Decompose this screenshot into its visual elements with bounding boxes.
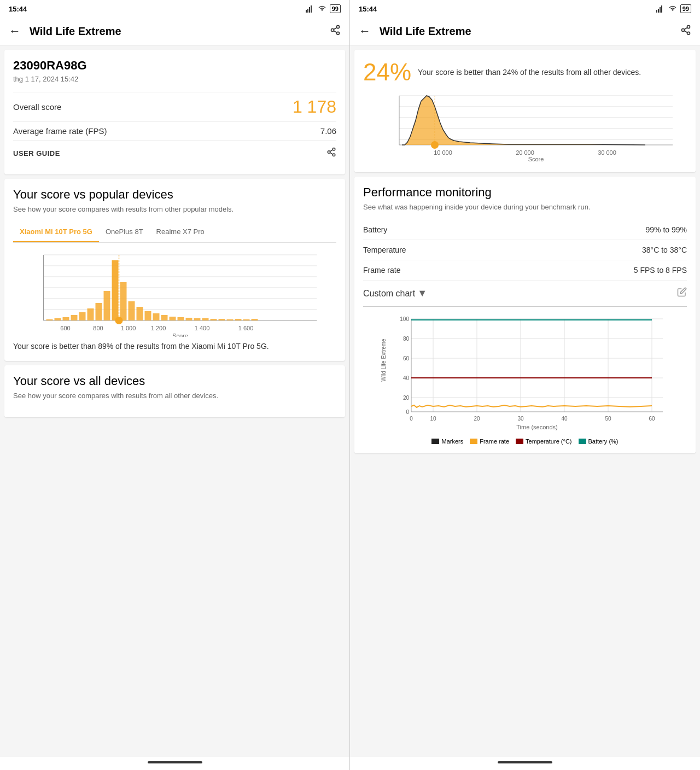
wifi-icon-right [668, 5, 677, 12]
svg-rect-1 [307, 9, 308, 13]
overall-score-label: Overall score [13, 102, 61, 112]
svg-point-61 [687, 25, 690, 28]
svg-rect-44 [227, 319, 234, 320]
battery-right: 99 [680, 4, 691, 13]
svg-rect-25 [71, 315, 78, 320]
legend-markers-label: Markers [441, 438, 463, 445]
score-comparison-text: Your score is better than 89% of the res… [13, 341, 336, 352]
svg-rect-42 [211, 319, 217, 320]
device-id: 23090RA98G [13, 59, 336, 73]
svg-rect-32 [129, 301, 135, 320]
svg-rect-39 [186, 318, 192, 320]
legend-battery-color [579, 439, 586, 444]
avg-frame-row: Average frame rate (FPS) 7.06 [13, 121, 336, 140]
svg-point-5 [331, 28, 334, 31]
svg-text:10: 10 [430, 416, 436, 422]
legend-framerate-color [470, 439, 477, 444]
edit-chart-button[interactable] [677, 287, 687, 300]
line-chart-svg: 100 80 60 40 20 0 0 10 20 30 40 50 60 [376, 313, 687, 434]
status-icons-left: 99 [306, 4, 341, 13]
svg-line-65 [684, 27, 687, 29]
svg-text:40: 40 [561, 416, 568, 422]
svg-text:40: 40 [403, 375, 410, 381]
back-button-right[interactable]: ← [359, 24, 371, 38]
custom-chart-dropdown[interactable]: Custom chart ▼ [363, 288, 673, 299]
svg-line-12 [330, 153, 332, 154]
svg-rect-43 [219, 319, 225, 320]
svg-text:50: 50 [605, 416, 611, 422]
svg-rect-27 [88, 308, 94, 320]
custom-chart-label: Custom chart [363, 289, 415, 299]
legend-framerate-label: Frame rate [480, 438, 509, 445]
score-vs-all-card-right: 24% Your score is better than 24% of the… [354, 50, 696, 172]
svg-text:0: 0 [406, 409, 409, 415]
svg-rect-26 [79, 312, 86, 320]
share-button-right[interactable] [680, 25, 691, 38]
perf-title: Performance monitoring [363, 185, 687, 200]
svg-rect-58 [658, 9, 659, 13]
temperature-label: Temperature [363, 246, 406, 254]
avg-frame-value: 7.06 [320, 126, 336, 136]
legend-temp-color [516, 439, 523, 444]
svg-point-11 [332, 154, 335, 156]
tab-realme[interactable]: Realme X7 Pro [150, 222, 211, 242]
legend-markers-color [431, 439, 439, 444]
battery-label: Battery [363, 225, 387, 234]
svg-point-6 [337, 32, 340, 34]
svg-rect-47 [252, 319, 258, 320]
bar-chart-svg: 600 800 1 000 1 200 1 400 1 600 Score [13, 249, 336, 337]
svg-rect-22 [46, 319, 53, 320]
nav-bar-left [0, 757, 349, 770]
share-button-left[interactable] [330, 25, 341, 38]
svg-rect-30 [112, 260, 119, 320]
battery-left: 99 [330, 4, 341, 13]
frame-rate-label: Frame rate [363, 266, 400, 275]
svg-rect-29 [104, 291, 110, 320]
svg-rect-38 [178, 317, 184, 320]
svg-rect-35 [153, 313, 160, 320]
svg-text:0: 0 [410, 416, 413, 422]
svg-text:800: 800 [93, 325, 103, 331]
custom-chart-row: Custom chart ▼ [363, 281, 687, 307]
legend-temperature: Temperature (°C) [516, 438, 571, 445]
score-popular-subtitle: See how your score compares with results… [13, 205, 336, 213]
svg-rect-46 [243, 319, 250, 320]
svg-text:30 000: 30 000 [598, 149, 616, 156]
legend-battery-label: Battery (%) [588, 438, 619, 445]
score-bar-chart: 600 800 1 000 1 200 1 400 1 600 Score [13, 249, 336, 337]
svg-text:600: 600 [60, 325, 70, 331]
svg-text:Time (seconds): Time (seconds) [516, 424, 557, 430]
left-screen: 15:44 99 ← Wild L [0, 0, 350, 770]
user-guide-label[interactable]: USER GUIDE [13, 149, 60, 158]
score-pct-large: 24% [363, 59, 411, 86]
status-bar-left: 15:44 99 [0, 0, 349, 18]
device-date: thg 1 17, 2024 15:42 [13, 75, 336, 83]
nav-indicator-right [498, 761, 552, 763]
tab-oneplus[interactable]: OnePlus 8T [99, 222, 150, 242]
svg-rect-3 [311, 5, 312, 13]
temperature-value: 38°C to 38°C [642, 246, 687, 254]
overall-score-value: 1 178 [293, 97, 336, 117]
svg-text:Score: Score [528, 156, 544, 161]
tab-xiaomi[interactable]: Xiaomi Mi 10T Pro 5G [13, 222, 99, 242]
user-guide-row: USER GUIDE [13, 140, 336, 166]
time-left: 15:44 [9, 5, 27, 13]
score-vs-popular-card: Your score vs popular devices See how yo… [4, 179, 345, 361]
svg-rect-60 [661, 5, 662, 13]
back-button-left[interactable]: ← [9, 24, 21, 38]
left-content: 23090RA98G thg 1 17, 2024 15:42 Overall … [0, 45, 349, 757]
svg-text:1 200: 1 200 [151, 325, 166, 331]
status-bar-right: 15:44 99 [350, 0, 700, 18]
app-bar-left: ← Wild Life Extreme [0, 18, 349, 45]
signal-icon-right [656, 5, 665, 13]
svg-rect-40 [194, 318, 201, 320]
user-guide-share[interactable] [326, 147, 336, 159]
wifi-icon [318, 5, 326, 12]
time-right: 15:44 [359, 5, 377, 13]
svg-rect-41 [202, 318, 209, 320]
svg-rect-0 [306, 10, 307, 13]
svg-point-9 [332, 148, 335, 151]
temperature-row: Temperature 38°C to 38°C [363, 240, 687, 260]
legend-temp-label: Temperature (°C) [526, 438, 571, 445]
svg-point-62 [682, 28, 685, 31]
